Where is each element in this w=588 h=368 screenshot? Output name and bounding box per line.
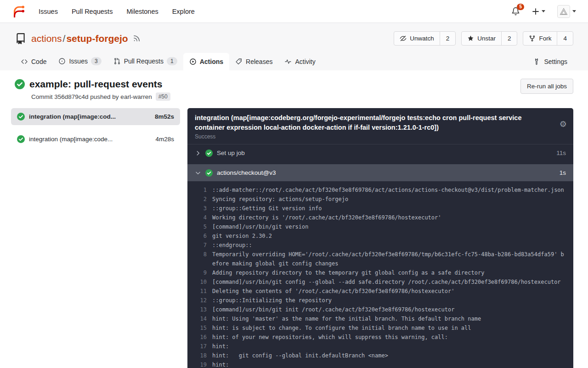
repo-name-link[interactable]: setup-forgejo <box>66 33 128 44</box>
log-line-text: ::group::Initializing the repository <box>207 296 332 305</box>
log-line: 3 ::group::Getting Git version info <box>187 204 566 213</box>
commit-line: Commit 356d879c4d pushed by earl-warren … <box>31 92 170 101</box>
star-icon <box>467 35 474 42</box>
repo-header-zone: actions/setup-forgejo Unwatch 2 <box>0 23 588 70</box>
watch-count[interactable]: 2 <box>440 32 456 45</box>
step-duration: 1s <box>560 169 566 176</box>
log-line: 13 [command]/usr/bin/git init /root/.cac… <box>187 305 566 314</box>
log-line-text: Temporarily overriding HOME='/root/.cach… <box>207 250 566 268</box>
watch-button[interactable]: Unwatch 2 <box>394 31 456 46</box>
log-line-text: hint: of your new repositories, which wi… <box>207 333 448 342</box>
star-label: Unstar <box>477 35 496 42</box>
log-line: 4 Working directory is '/root/.cache/act… <box>187 213 566 222</box>
log-line-number: 11 <box>187 287 207 296</box>
repo-owner-link[interactable]: actions <box>31 33 62 44</box>
log-line-text: ::add-matcher::/root/.cache/act/bf320ef3… <box>207 185 564 195</box>
tab-code[interactable]: Code <box>15 53 52 70</box>
star-button[interactable]: Unstar 2 <box>461 31 517 46</box>
tab-issues[interactable]: Issues 3 <box>52 52 107 70</box>
tab-label: Releases <box>246 58 272 65</box>
tab-settings[interactable]: Settings <box>527 53 573 70</box>
repo-title: actions/setup-forgejo <box>15 33 141 45</box>
log-line-number: 5 <box>187 222 207 231</box>
log-line-number: 7 <box>187 241 207 250</box>
code-icon <box>21 58 28 65</box>
tab-actions[interactable]: Actions <box>183 53 229 70</box>
tab-label: Code <box>31 58 46 65</box>
log-line: 17 hint: <box>187 342 566 351</box>
nav-menu: Issues Pull Requests Milestones Explore <box>39 8 195 15</box>
notifications-bell-icon[interactable]: 5 <box>511 7 520 16</box>
log-settings-gear-icon[interactable]: ⚙ <box>560 120 567 128</box>
issues-count-badge: 3 <box>91 57 102 65</box>
log-header: integration (map[image:codeberg.org/forg… <box>187 108 573 144</box>
success-check-icon <box>15 79 25 89</box>
tab-activity[interactable]: Activity <box>278 53 321 70</box>
log-line: 14 hint: Using 'master' as the name for … <box>187 314 566 323</box>
log-line: 5 [command]/usr/bin/git version <box>187 222 566 231</box>
log-line-number: 6 <box>187 231 207 241</box>
log-line-text: hint: is subject to change. To configure… <box>207 323 471 333</box>
job-duration: 8m52s <box>155 113 174 120</box>
forgejo-logo-icon[interactable] <box>12 4 27 19</box>
nav-menu-item[interactable]: Explore <box>172 8 195 15</box>
wrench-icon <box>533 58 541 65</box>
eye-slash-icon <box>400 35 407 42</box>
user-menu-dropdown[interactable] <box>557 5 576 18</box>
nav-right: 5 <box>511 5 576 18</box>
tag-icon <box>235 58 243 65</box>
tab-label: Settings <box>544 58 567 65</box>
log-line: 8 Temporarily overriding HOME='/root/.ca… <box>187 250 566 268</box>
run-title-block: example: pull-request events Commit 356d… <box>15 79 170 101</box>
job-name: integration (map[image:cod... <box>29 113 116 120</box>
step-row[interactable]: actions/checkout@v3 1s <box>187 164 573 181</box>
log-line-text: Deleting the contents of '/root/.cache/a… <box>207 287 454 296</box>
tab-releases[interactable]: Releases <box>229 53 278 70</box>
job-item[interactable]: integration (map[image:code... 4m28s <box>11 131 180 148</box>
log-line: 1 ::add-matcher::/root/.cache/act/bf320e… <box>187 185 566 195</box>
nav-menu-item[interactable]: Issues <box>39 8 58 15</box>
log-line: 6 git version 2.30.2 <box>187 231 566 241</box>
top-navbar: Issues Pull Requests Milestones Explore … <box>0 0 588 23</box>
log-line-text: ::group::Getting Git version info <box>207 204 322 213</box>
log-line-text: hint: <box>207 360 229 368</box>
commit-text[interactable]: Commit 356d879c4d pushed by earl-warren <box>31 93 152 100</box>
step-success-icon <box>205 169 213 177</box>
repo-separator: / <box>63 33 66 44</box>
activity-pulse-icon <box>284 58 292 65</box>
job-log-panel: integration (map[image:codeberg.org/forg… <box>187 108 573 368</box>
step-name: actions/checkout@v3 <box>217 169 276 176</box>
run-number-badge: #50 <box>156 92 170 101</box>
fork-count[interactable]: 4 <box>557 32 573 45</box>
tab-label: Actions <box>200 58 223 65</box>
pull-requests-count-badge: 1 <box>167 57 177 65</box>
nav-menu-item[interactable]: Pull Requests <box>72 8 113 15</box>
rerun-all-jobs-button[interactable]: Re-run all jobs <box>520 79 573 94</box>
fork-button[interactable]: Fork 4 <box>523 31 573 46</box>
rss-icon[interactable] <box>133 34 141 42</box>
chevron-right-icon <box>195 150 201 156</box>
chevron-down-icon <box>572 10 576 12</box>
log-line-text: Adding repository directory to the tempo… <box>207 268 484 277</box>
step-row[interactable]: Set up job 11s <box>187 144 573 161</box>
nav-menu-item[interactable]: Milestones <box>126 8 158 15</box>
run-title: example: pull-request events <box>29 79 162 90</box>
log-line-number: 18 <box>187 351 207 360</box>
notification-count-badge: 5 <box>517 4 524 10</box>
log-line-number: 10 <box>187 277 207 287</box>
log-line-text: Syncing repository: actions/setup-forgej… <box>207 195 348 204</box>
watch-label: Unwatch <box>410 35 434 42</box>
log-line-number: 17 <box>187 342 207 351</box>
star-count[interactable]: 2 <box>501 32 517 45</box>
log-line-number: 14 <box>187 314 207 323</box>
log-line-text: [command]/usr/bin/git config --global --… <box>207 277 561 287</box>
log-line-number: 12 <box>187 296 207 305</box>
job-success-icon <box>17 135 25 143</box>
create-new-dropdown[interactable] <box>532 8 545 15</box>
tab-pull-requests[interactable]: Pull Requests 1 <box>107 52 183 70</box>
step-duration: 11s <box>556 150 566 156</box>
tab-label: Pull Requests <box>124 58 164 65</box>
job-item[interactable]: integration (map[image:cod... 8m52s <box>11 108 180 125</box>
log-line-number: 13 <box>187 305 207 314</box>
log-line-text: [command]/usr/bin/git version <box>207 222 309 231</box>
